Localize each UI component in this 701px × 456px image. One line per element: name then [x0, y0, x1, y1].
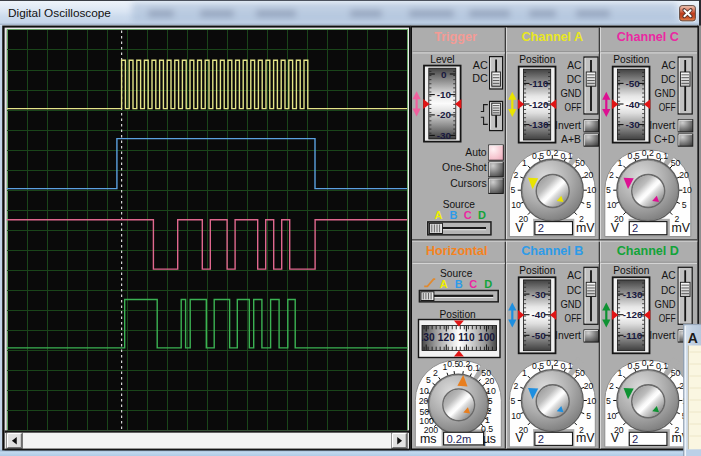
svg-text:2: 2: [632, 222, 638, 234]
svg-text:Channel C: Channel C: [617, 30, 679, 44]
svg-text:10: 10: [607, 200, 617, 210]
svg-text:DC: DC: [567, 73, 582, 85]
svg-text:OFF: OFF: [659, 101, 676, 113]
svg-text:A+B: A+B: [561, 134, 581, 145]
svg-text:OFF: OFF: [565, 312, 582, 324]
svg-text:GND: GND: [560, 298, 581, 310]
svg-text:B: B: [455, 278, 463, 290]
svg-text:0.2: 0.2: [546, 148, 558, 158]
svg-text:-30: -30: [625, 119, 640, 130]
svg-text:Position: Position: [519, 54, 555, 65]
svg-text:DC: DC: [661, 284, 676, 296]
svg-text:mV: mV: [672, 221, 691, 235]
svg-text:1: 1: [485, 415, 490, 425]
svg-text:-40: -40: [531, 309, 546, 320]
svg-text:120: 120: [438, 332, 455, 343]
svg-text:2: 2: [538, 222, 544, 234]
svg-text:D: D: [478, 209, 486, 221]
svg-text:AC: AC: [661, 269, 676, 281]
svg-text:A: A: [440, 278, 448, 290]
svg-text:100: 100: [478, 332, 495, 343]
svg-text:ms: ms: [420, 432, 437, 446]
svg-text:20: 20: [679, 170, 689, 180]
svg-text:5: 5: [511, 185, 516, 195]
svg-text:DC: DC: [661, 73, 676, 85]
svg-text:1: 1: [442, 362, 447, 372]
svg-text:AC: AC: [567, 59, 582, 71]
svg-text:10: 10: [511, 200, 521, 210]
svg-text:2: 2: [609, 381, 614, 391]
svg-text:1: 1: [618, 158, 623, 168]
svg-text:-130: -130: [623, 289, 643, 300]
svg-text:Digital Oscilloscope: Digital Oscilloscope: [8, 6, 111, 20]
svg-text:5: 5: [586, 411, 591, 421]
svg-text:50: 50: [575, 158, 585, 168]
svg-text:mV: mV: [576, 431, 595, 445]
svg-text:-120: -120: [529, 99, 549, 110]
svg-text:0.5: 0.5: [532, 151, 544, 161]
svg-text:DC: DC: [567, 284, 582, 296]
svg-text:10: 10: [607, 411, 617, 421]
svg-text:A: A: [435, 209, 443, 221]
svg-text:V: V: [515, 221, 524, 235]
svg-text:20: 20: [584, 170, 594, 180]
svg-text:Cursors: Cursors: [450, 178, 486, 189]
svg-text:1: 1: [522, 368, 527, 378]
svg-text:One-Shot: One-Shot: [442, 162, 487, 173]
svg-text:50: 50: [575, 368, 585, 378]
svg-text:-50: -50: [531, 330, 546, 341]
svg-text:A: A: [688, 330, 698, 346]
svg-text:0.2: 0.2: [642, 148, 654, 158]
svg-text:-40: -40: [625, 99, 640, 110]
svg-text:2: 2: [514, 170, 519, 180]
svg-text:Auto: Auto: [465, 147, 487, 158]
svg-text:10: 10: [682, 185, 692, 195]
svg-text:-110: -110: [623, 330, 643, 341]
svg-text:0.5: 0.5: [628, 151, 640, 161]
svg-text:5: 5: [488, 396, 493, 406]
svg-text:AC: AC: [473, 59, 488, 71]
svg-text:Trigger: Trigger: [434, 30, 477, 44]
svg-text:OFF: OFF: [659, 312, 676, 324]
svg-text:Invert: Invert: [649, 330, 675, 341]
svg-text:GND: GND: [655, 298, 676, 310]
svg-text:D: D: [484, 278, 492, 290]
svg-text:50: 50: [671, 368, 681, 378]
svg-text:10: 10: [486, 386, 496, 396]
svg-text:Invert: Invert: [555, 120, 581, 131]
svg-text:B: B: [449, 209, 457, 221]
svg-text:V: V: [515, 431, 524, 445]
svg-text:5: 5: [586, 200, 591, 210]
svg-text:DC: DC: [472, 72, 488, 84]
svg-text:Horizontal: Horizontal: [426, 244, 488, 258]
svg-text:V: V: [611, 221, 620, 235]
svg-text:0.2: 0.2: [642, 358, 654, 368]
svg-text:2: 2: [433, 368, 438, 378]
svg-text:Channel A: Channel A: [521, 30, 583, 44]
svg-text:Invert: Invert: [555, 330, 581, 341]
svg-text:Level: Level: [430, 54, 454, 65]
svg-text:C: C: [464, 209, 472, 221]
svg-text:20: 20: [584, 381, 594, 391]
svg-text:Invert: Invert: [649, 120, 675, 131]
svg-text:2: 2: [632, 433, 638, 445]
svg-text:Position: Position: [519, 265, 555, 276]
svg-text:5: 5: [511, 396, 516, 406]
svg-text:-110: -110: [529, 78, 549, 89]
svg-text:5: 5: [606, 185, 611, 195]
svg-text:0.1: 0.1: [656, 151, 668, 161]
svg-text:0.1: 0.1: [560, 151, 572, 161]
svg-text:0.1: 0.1: [656, 361, 668, 371]
svg-text:0.1: 0.1: [560, 361, 572, 371]
svg-text:OFF: OFF: [565, 101, 582, 113]
svg-text:0.2m: 0.2m: [446, 433, 471, 445]
svg-text:5: 5: [682, 200, 687, 210]
svg-text:110: 110: [458, 332, 475, 343]
svg-text:-10: -10: [437, 89, 452, 100]
svg-text:AC: AC: [661, 59, 676, 71]
svg-text:-120: -120: [623, 309, 643, 320]
svg-text:20: 20: [485, 376, 495, 386]
svg-text:20: 20: [419, 396, 429, 406]
svg-text:-50: -50: [625, 78, 640, 89]
svg-text:-30: -30: [437, 130, 452, 141]
